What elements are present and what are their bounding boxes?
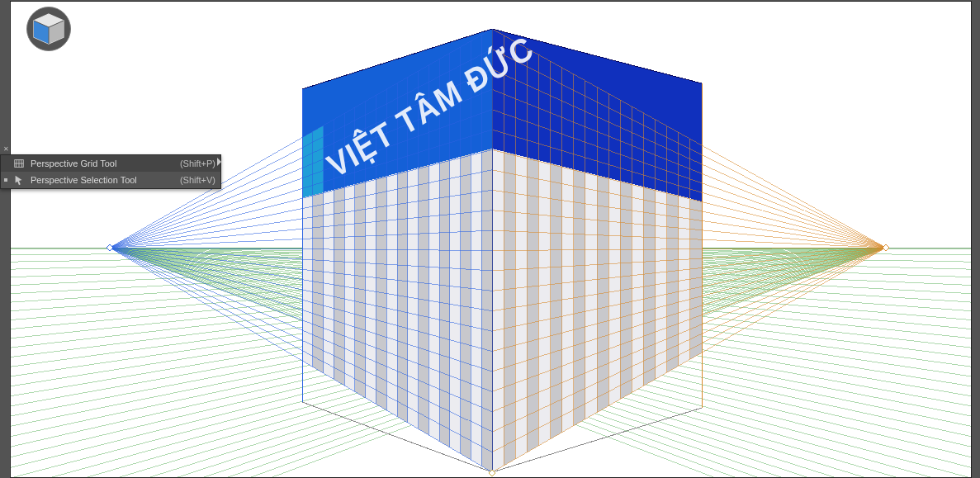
svg-line-34: [10, 248, 886, 388]
svg-marker-105: [643, 187, 655, 386]
svg-line-23: [110, 248, 972, 339]
svg-line-27: [110, 248, 972, 358]
svg-line-130: [110, 49, 492, 248]
artboard: VIỆT TÂM ĐỨC: [10, 1, 972, 478]
svg-line-141: [110, 248, 492, 271]
svg-line-54: [10, 248, 886, 478]
svg-marker-87: [461, 154, 471, 460]
svg-line-14: [10, 248, 886, 294]
svg-line-211: [21, 160, 22, 168]
svg-marker-75: [334, 187, 344, 386]
svg-marker-91: [492, 29, 702, 201]
svg-line-187: [492, 248, 886, 352]
svg-line-174: [492, 89, 886, 248]
svg-line-209: [17, 160, 17, 168]
svg-marker-107: [667, 192, 679, 372]
svg-line-53: [110, 248, 972, 478]
svg-line-21: [110, 248, 972, 330]
svg-line-43: [110, 248, 972, 438]
svg-line-186: [492, 248, 886, 331]
svg-line-10: [10, 248, 886, 277]
svg-line-70: [10, 248, 886, 478]
svg-marker-86: [450, 157, 461, 454]
svg-line-42: [10, 248, 886, 428]
menu-item-perspective-grid-tool[interactable]: Perspective Grid Tool (Shift+P): [1, 155, 220, 172]
svg-line-5: [110, 248, 972, 262]
svg-line-12: [10, 248, 886, 286]
svg-line-26: [10, 248, 886, 348]
svg-marker-106: [656, 190, 667, 380]
svg-line-171: [492, 29, 886, 248]
svg-marker-97: [551, 163, 562, 439]
menu-item-label: Perspective Grid Tool: [31, 159, 175, 168]
plane-cube-icon: [29, 9, 69, 49]
svg-marker-102: [608, 177, 620, 405]
svg-marker-199: [489, 470, 495, 476]
svg-line-69: [110, 248, 972, 478]
flyout-close-icon[interactable]: ✕: [3, 147, 10, 152]
svg-line-56: [10, 248, 886, 478]
svg-marker-90: [302, 125, 324, 198]
svg-line-41: [110, 248, 972, 428]
svg-marker-101: [597, 175, 608, 413]
svg-marker-72: [302, 195, 313, 367]
svg-line-18: [10, 248, 886, 312]
svg-marker-109: [690, 198, 702, 359]
svg-line-52: [10, 248, 886, 478]
svg-line-182: [492, 248, 886, 251]
svg-line-192: [492, 248, 886, 452]
svg-marker-89: [481, 149, 492, 472]
svg-marker-93: [504, 152, 515, 466]
svg-marker-104: [632, 184, 643, 393]
svg-line-45: [110, 248, 972, 449]
svg-line-51: [110, 248, 972, 478]
svg-line-33: [110, 248, 972, 388]
svg-line-139: [110, 230, 492, 248]
svg-line-29: [110, 248, 972, 368]
svg-line-181: [492, 230, 886, 248]
svg-marker-76: [344, 184, 355, 391]
svg-marker-92: [492, 149, 504, 472]
svg-line-193: [492, 248, 886, 472]
svg-line-147: [110, 248, 492, 391]
perspective-grid-tool-icon: [12, 157, 26, 170]
svg-line-143: [110, 248, 492, 311]
svg-line-16: [10, 248, 886, 303]
svg-line-66: [10, 248, 886, 478]
svg-marker-88: [471, 151, 481, 466]
menu-item-perspective-selection-tool[interactable]: Perspective Selection Tool (Shift+V): [1, 172, 220, 188]
svg-line-129: [110, 29, 492, 248]
svg-marker-197: [107, 244, 113, 251]
menu-item-label: Perspective Selection Tool: [31, 175, 175, 185]
svg-line-149: [110, 248, 492, 432]
svg-marker-108: [679, 196, 690, 366]
svg-line-31: [110, 248, 972, 378]
svg-marker-81: [397, 170, 408, 422]
svg-marker-95: [527, 158, 538, 452]
svg-marker-79: [376, 176, 386, 410]
svg-line-37: [110, 248, 972, 408]
svg-line-55: [110, 248, 972, 478]
svg-marker-103: [620, 181, 632, 399]
svg-line-35: [110, 248, 972, 398]
svg-line-4: [10, 248, 886, 255]
perspective-plane-widget[interactable]: [26, 7, 71, 51]
svg-marker-98: [562, 166, 574, 432]
svg-marker-77: [355, 182, 366, 398]
svg-line-189: [492, 248, 886, 391]
svg-line-7: [110, 248, 972, 269]
svg-marker-71: [302, 29, 492, 198]
svg-line-30: [10, 248, 886, 368]
svg-line-8: [10, 248, 886, 269]
building-sign-text: VIỆT TÂM ĐỨC: [320, 27, 539, 185]
svg-line-22: [10, 248, 886, 330]
svg-line-38: [10, 248, 886, 408]
svg-line-58: [10, 248, 886, 478]
svg-line-47: [110, 248, 972, 460]
submenu-arrow-icon: [217, 158, 221, 166]
svg-line-49: [110, 248, 972, 470]
svg-line-9: [110, 248, 972, 277]
svg-line-61: [110, 248, 972, 478]
svg-line-11: [110, 248, 972, 286]
svg-line-175: [492, 110, 886, 248]
